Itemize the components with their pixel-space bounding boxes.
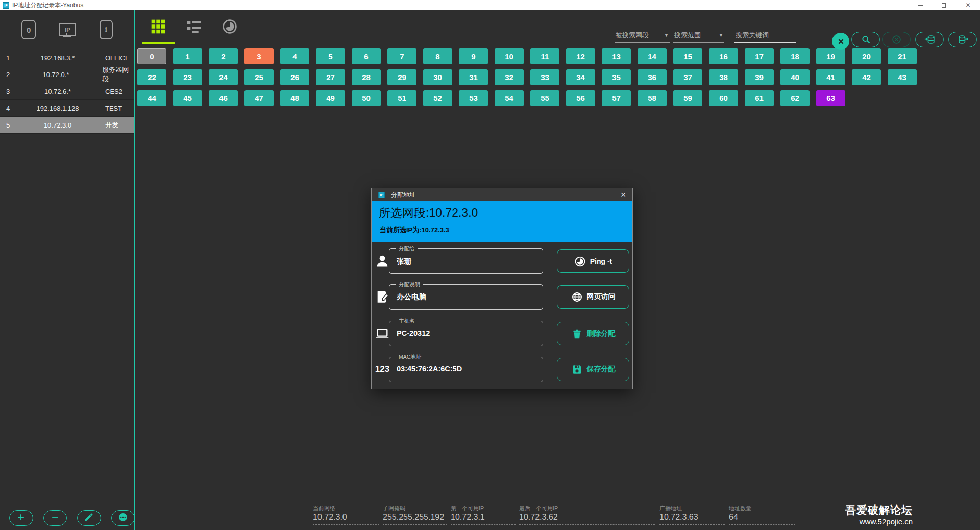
- ip-tile[interactable]: 38: [709, 69, 738, 85]
- ip-tile[interactable]: 57: [602, 90, 631, 106]
- ip-tile[interactable]: 48: [280, 90, 309, 106]
- ip-tile[interactable]: 33: [530, 69, 559, 85]
- list-item[interactable]: 1192.168.3.*OFFICE: [0, 49, 134, 66]
- ip-tile[interactable]: 32: [495, 69, 524, 85]
- text-field[interactable]: 主机名PC-20312: [389, 321, 543, 346]
- text-field[interactable]: MAC地址03:45:76:2A:6C:5D: [389, 357, 543, 382]
- ip-tile[interactable]: 60: [709, 90, 738, 106]
- ip-tile[interactable]: 47: [244, 90, 274, 106]
- ip-tile[interactable]: 0: [137, 48, 166, 64]
- ip-tile[interactable]: 40: [780, 69, 810, 85]
- scope-search-dropdown[interactable]: 搜索范围 ▼: [673, 30, 724, 43]
- globe-icon: [571, 291, 583, 303]
- ip-tile[interactable]: 43: [888, 69, 917, 85]
- ip-tile[interactable]: 24: [209, 69, 238, 85]
- segment-search-dropdown[interactable]: 被搜索网段 ▼: [615, 30, 670, 43]
- ip-tile[interactable]: 56: [566, 90, 595, 106]
- ip-tile[interactable]: 6: [352, 48, 381, 64]
- ip-tile[interactable]: 45: [173, 90, 202, 106]
- ip-tile[interactable]: 49: [316, 90, 345, 106]
- ip-tile[interactable]: 37: [673, 69, 702, 85]
- ip-tile[interactable]: 9: [459, 48, 488, 64]
- tab-grid-view[interactable]: [140, 10, 176, 45]
- tab-list-view[interactable]: [176, 10, 212, 45]
- ip-tile[interactable]: 31: [459, 69, 488, 85]
- ip-tile[interactable]: 12: [566, 48, 595, 64]
- ip-tile[interactable]: 34: [566, 69, 595, 85]
- restore-button[interactable]: [932, 0, 956, 10]
- text-field[interactable]: 分配说明办公电脑: [389, 284, 543, 310]
- search-button[interactable]: [851, 32, 880, 47]
- segment-index: 2: [0, 71, 24, 79]
- person-icon: [375, 253, 390, 270]
- ip-tile[interactable]: 29: [387, 69, 416, 85]
- list-item[interactable]: 4192.168.1.128TEST: [0, 100, 134, 117]
- delete-allocation-button[interactable]: 删除分配: [557, 322, 629, 345]
- ip-tile[interactable]: 3: [244, 48, 274, 64]
- ip-tile[interactable]: 7: [387, 48, 416, 64]
- ip-tile[interactable]: 54: [495, 90, 524, 106]
- list-item[interactable]: 510.72.3.0开发: [0, 117, 134, 134]
- ip-tile[interactable]: 63: [816, 90, 845, 106]
- ip-tile[interactable]: 52: [423, 90, 452, 106]
- web-access-button[interactable]: 网页访问: [557, 285, 629, 309]
- ip-tile[interactable]: 15: [673, 48, 702, 64]
- ip-tile[interactable]: 62: [780, 90, 810, 106]
- import-data-button[interactable]: [915, 32, 944, 47]
- ip-tile[interactable]: 44: [137, 90, 166, 106]
- ip-tile[interactable]: 22: [137, 69, 166, 85]
- text-field[interactable]: 分配给张珊: [389, 248, 543, 274]
- ip-tile[interactable]: 58: [638, 90, 667, 106]
- info-icon[interactable]: i: [100, 20, 113, 39]
- ip-tile[interactable]: 13: [602, 48, 631, 64]
- ip-tile[interactable]: 14: [638, 48, 667, 64]
- dialog-close-button[interactable]: ✕: [620, 188, 626, 201]
- ip-tile[interactable]: 53: [459, 90, 488, 106]
- ip-tile[interactable]: 42: [852, 69, 881, 85]
- ip-tile[interactable]: 1: [173, 48, 202, 64]
- ip-tile[interactable]: 2: [209, 48, 238, 64]
- field-value: 办公电脑: [397, 292, 426, 302]
- save-allocation-button[interactable]: 保存分配: [557, 358, 629, 381]
- ip-tile[interactable]: 19: [816, 48, 845, 64]
- ip-tile[interactable]: 41: [816, 69, 845, 85]
- close-button[interactable]: ✕: [956, 0, 980, 10]
- ip-tile[interactable]: 18: [780, 48, 810, 64]
- ip-tile[interactable]: 11: [530, 48, 559, 64]
- export-data-button[interactable]: [948, 32, 977, 47]
- ip-tile[interactable]: 23: [173, 69, 202, 85]
- ip-tile[interactable]: 8: [423, 48, 452, 64]
- ip-tile[interactable]: 26: [280, 69, 309, 85]
- ip-tile[interactable]: 61: [745, 90, 774, 106]
- ip-monitor-icon[interactable]: IP: [58, 19, 77, 40]
- ping-button[interactable]: Ping -t: [557, 249, 629, 273]
- device-zero-icon[interactable]: 0: [21, 20, 36, 39]
- ip-tile[interactable]: 16: [709, 48, 738, 64]
- ip-tile[interactable]: 21: [888, 48, 917, 64]
- ip-tile[interactable]: 50: [352, 90, 381, 106]
- keyword-search-input[interactable]: [734, 30, 796, 43]
- list-item[interactable]: 310.72.6.*CES2: [0, 83, 134, 100]
- ip-tile[interactable]: 55: [530, 90, 559, 106]
- ip-tile[interactable]: 10: [495, 48, 524, 64]
- status-item: 当前网络10.72.3.0: [313, 504, 379, 525]
- minimize-button[interactable]: [908, 0, 932, 10]
- tab-usage-view[interactable]: [212, 10, 248, 45]
- ip-tile[interactable]: 4: [280, 48, 309, 64]
- ip-tile[interactable]: 36: [638, 69, 667, 85]
- ip-tile[interactable]: 39: [745, 69, 774, 85]
- ip-tile[interactable]: 59: [673, 90, 702, 106]
- reset-filter-button[interactable]: [832, 33, 849, 50]
- status-value: 255.255.255.192: [383, 513, 447, 522]
- ip-tile[interactable]: 25: [244, 69, 274, 85]
- ip-tile[interactable]: 20: [852, 48, 881, 64]
- ip-tile[interactable]: 46: [209, 90, 238, 106]
- list-item[interactable]: 210.72.0.*服务器网段: [0, 66, 134, 83]
- ip-tile[interactable]: 28: [352, 69, 381, 85]
- ip-tile[interactable]: 27: [316, 69, 345, 85]
- ip-tile[interactable]: 35: [602, 69, 631, 85]
- ip-tile[interactable]: 17: [745, 48, 774, 64]
- ip-tile[interactable]: 51: [387, 90, 416, 106]
- ip-tile[interactable]: 30: [423, 69, 452, 85]
- ip-tile[interactable]: 5: [316, 48, 345, 64]
